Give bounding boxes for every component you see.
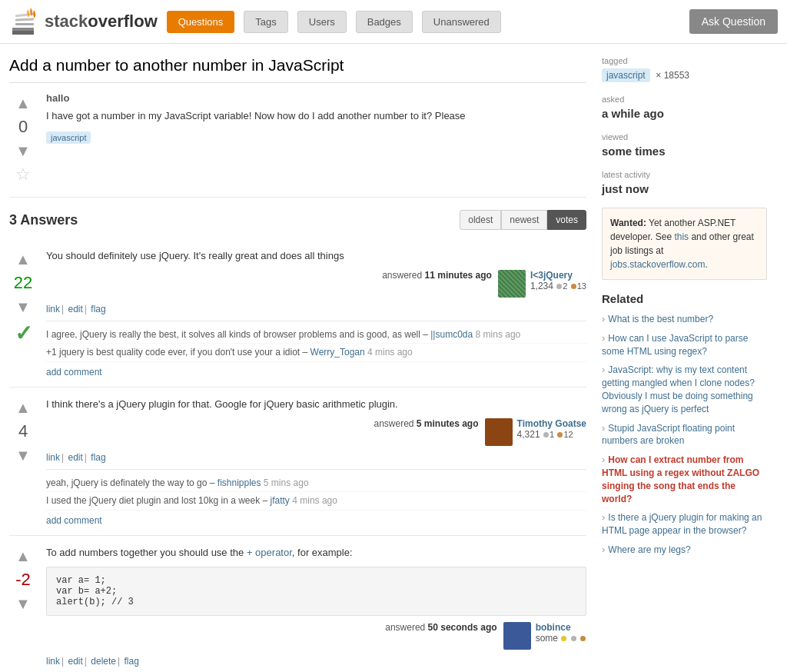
tagged-label: tagged — [602, 56, 767, 65]
nav-unanswered[interactable]: Unanswered — [422, 11, 501, 33]
comment-1-1: I agree, jQuery is really the best, it s… — [46, 326, 586, 344]
answer-2-meta: answered 5 minutes ago Timothy Goatse 4,… — [46, 418, 586, 446]
sidebar: tagged javascript × 18553 asked a while … — [602, 56, 767, 672]
related-link-6[interactable]: Where are my legs? — [608, 544, 690, 555]
question-tag[interactable]: javascript — [46, 131, 91, 144]
answer-2-link[interactable]: link — [46, 452, 60, 463]
answer-3-rep-silver — [571, 636, 576, 641]
nav-tags[interactable]: Tags — [244, 11, 287, 33]
header: stackoverflow Questions Tags Users Badge… — [0, 0, 787, 44]
answer-1-flag[interactable]: flag — [91, 304, 105, 314]
answer-1-time: answered 11 minutes ago — [382, 270, 492, 281]
question-favorite[interactable]: ☆ — [15, 165, 31, 185]
answer-3-edit[interactable]: edit — [68, 656, 82, 667]
related-item-3: Stupid JavaScript floating point numbers… — [602, 422, 767, 448]
answer-2-username[interactable]: Timothy Goatse — [517, 418, 586, 429]
answer-2-vote-count: 4 — [18, 421, 28, 441]
answer-3-rep-bronze — [580, 636, 586, 641]
answer-3-delete[interactable]: delete — [91, 656, 116, 667]
answer-2-links: link| edit| flag — [46, 452, 586, 463]
sort-votes[interactable]: votes — [547, 210, 586, 230]
nav-users[interactable]: Users — [297, 11, 347, 33]
question-vote-down[interactable]: ▼ — [12, 140, 34, 161]
answer-3-vote-count: -2 — [15, 570, 31, 590]
answer-3-username[interactable]: bobince — [536, 622, 586, 633]
operator-link[interactable]: + operator — [247, 547, 292, 558]
comment-2-2-user[interactable]: jfatty — [271, 495, 290, 506]
answer-3-meta: answered 50 seconds ago bobince some — [46, 622, 586, 650]
answer-1-rep: 1,234 2 13 — [530, 281, 586, 291]
answer-2-avatar — [485, 418, 513, 446]
answer-1-username[interactable]: I<3jQuery — [530, 270, 586, 281]
answer-1-text: You should definitely use jQuery. It's r… — [46, 248, 586, 264]
viewed-label: viewed — [602, 132, 767, 141]
related-link-2[interactable]: JavaScript: why is my text content getti… — [602, 364, 755, 414]
comment-1-1-user[interactable]: ||sumc0da — [430, 329, 473, 340]
answer-2-vote-col: ▲ 4 ▼ — [9, 397, 37, 526]
viewed-value: some times — [602, 145, 767, 158]
answer-1: ▲ 22 ▼ ✓ You should definitely use jQuer… — [9, 239, 586, 388]
answer-2-edit[interactable]: edit — [68, 452, 82, 463]
answer-2: ▲ 4 ▼ I think there's a jQuery plugin fo… — [9, 388, 586, 536]
answer-1-edit[interactable]: edit — [68, 304, 82, 314]
answer-2-rep-bronze — [557, 432, 563, 437]
answer-2-rep-silver — [543, 432, 549, 437]
related-item-6: Where are my legs? — [602, 544, 767, 557]
answer-3-time: answered 50 seconds ago — [385, 622, 496, 633]
answer-1-accepted: ✓ — [15, 321, 32, 346]
nav-badges[interactable]: Badges — [356, 11, 413, 33]
answer-2-flag[interactable]: flag — [91, 452, 105, 463]
answer-3-link[interactable]: link — [46, 656, 60, 667]
svg-rect-4 — [15, 18, 34, 21]
sidebar-tag[interactable]: javascript — [602, 68, 650, 82]
answer-2-vote-down[interactable]: ▼ — [12, 444, 34, 466]
sort-newest[interactable]: newest — [501, 210, 547, 230]
related-link-3[interactable]: Stupid JavaScript floating point numbers… — [602, 423, 735, 447]
answer-2-vote-up[interactable]: ▲ — [12, 397, 34, 418]
activity-label: latest activity — [602, 170, 767, 179]
related-title: Related — [602, 292, 767, 305]
answer-2-time: answered 5 minutes ago — [374, 418, 478, 429]
answers-header: 3 Answers oldest newest votes — [9, 210, 586, 230]
answer-3-vote-up[interactable]: ▲ — [12, 545, 34, 567]
sidebar-asked: asked a while ago — [602, 95, 767, 120]
logo: stackoverflow — [9, 6, 158, 37]
logo-icon — [9, 6, 40, 37]
answer-1-vote-up[interactable]: ▲ — [12, 248, 34, 270]
question-vote-col: ▲ 0 ▼ ☆ — [9, 92, 37, 185]
nav-questions[interactable]: Questions — [167, 11, 235, 33]
sidebar-tagged: tagged javascript × 18553 — [602, 56, 767, 82]
answer-1-user-info: I<3jQuery 1,234 2 13 — [530, 270, 586, 291]
answer-3-vote-down[interactable]: ▼ — [12, 593, 34, 614]
ad-this-link[interactable]: this — [674, 231, 689, 242]
question-vote-count: 0 — [18, 117, 28, 137]
answer-3-rep-gold — [561, 636, 566, 641]
related-link-4[interactable]: How can I extract number from HTML using… — [602, 454, 759, 504]
related-item-5: Is there a jQuery plugin for making an H… — [602, 511, 767, 537]
related-link-0[interactable]: What is the best number? — [608, 314, 713, 324]
answer-1-vote-down[interactable]: ▼ — [12, 296, 34, 318]
sort-oldest[interactable]: oldest — [460, 210, 501, 230]
ask-question-button[interactable]: Ask Question — [689, 9, 778, 34]
ad-jobs-link[interactable]: jobs.stackoverflow.com — [610, 259, 705, 270]
rep-bronze-badge — [571, 284, 576, 289]
comment-1-2-user[interactable]: Werry_Togan — [310, 347, 365, 358]
answer-2-body: I think there's a jQuery plugin for that… — [46, 397, 586, 526]
answer-3-user-info: bobince some — [536, 622, 586, 644]
answers-count: 3 Answers — [9, 212, 460, 228]
related-link-5[interactable]: Is there a jQuery plugin for making an H… — [602, 512, 762, 536]
answer-1-comments: I agree, jQuery is really the best, it s… — [46, 321, 586, 378]
comment-2-1-user[interactable]: fishnipples — [218, 477, 261, 488]
answer-1-link[interactable]: link — [46, 304, 60, 314]
answer-3-code: var a= 1;var b= a+2;alert(b); // 3 — [46, 567, 586, 616]
answer-3-flag[interactable]: flag — [124, 656, 138, 667]
answer-1-links: link| edit| flag — [46, 304, 586, 314]
question-block: ▲ 0 ▼ ☆ hallo I have got a number in my … — [9, 92, 586, 198]
answer-2-add-comment[interactable]: add comment — [46, 515, 102, 526]
related-link-1[interactable]: How can I use JavaScript to parse some H… — [602, 333, 748, 357]
answer-1-add-comment[interactable]: add comment — [46, 367, 102, 378]
sort-tabs: oldest newest votes — [460, 210, 586, 230]
answer-3-text: To add numbers together you should use t… — [46, 545, 586, 561]
answer-2-user-info: Timothy Goatse 4,321 1 12 — [517, 418, 586, 440]
question-vote-up[interactable]: ▲ — [12, 92, 34, 114]
